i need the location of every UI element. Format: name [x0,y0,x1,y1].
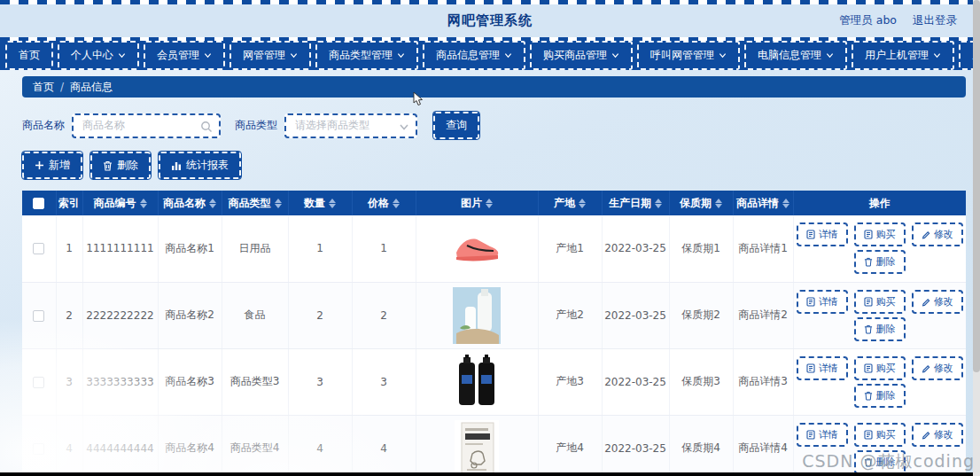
cell-code: 2222222222 [82,282,158,348]
report-button-label: 统计报表 [186,158,229,173]
delete-button-label: 删除 [117,158,138,173]
row-delete-button[interactable]: 删除 [854,317,906,341]
product-name-input[interactable]: 商品名称 [72,113,221,138]
cell-detail: 商品详情2 [733,282,793,348]
buy-button[interactable]: 购买 [854,222,906,246]
buy-button[interactable]: 购买 [854,423,906,447]
breadcrumb-home[interactable]: 首页 [33,80,54,95]
edit-button-label: 修改 [934,428,953,441]
cell-name: 商品名称2 [158,282,222,348]
row-delete-button[interactable]: 删除 [854,384,906,408]
cell-origin: 产地1 [538,215,602,282]
column-header-5[interactable]: 数量 [288,191,352,215]
sort-icon[interactable] [275,199,282,208]
cell-image [416,215,538,282]
nav-item-2[interactable]: 会员管理 [144,41,225,70]
buy-button[interactable]: 购买 [854,356,906,380]
search-icon [200,121,213,133]
column-header-label: 商品名称 [163,197,206,209]
row-checkbox[interactable] [33,443,44,455]
row-select-cell [22,282,56,348]
sort-icon[interactable] [715,199,722,208]
column-header-4[interactable]: 商品类型 [222,191,288,215]
sort-icon[interactable] [655,199,662,208]
csdn-watermark: CSDN @花椒coding [802,450,975,473]
sort-icon[interactable] [579,199,586,208]
vertical-scrollbar[interactable] [973,0,980,476]
product-type-select[interactable]: 请选择商品类型 [284,113,417,138]
sort-icon[interactable] [486,199,493,208]
nav-items: 首页个人中心会员管理网管管理商品类型管理商品信息管理购买商品管理呼叫网管管理电脑… [0,41,980,70]
column-header-label: 商品详情 [736,197,779,209]
nav-item-label: 电脑信息管理 [758,48,821,63]
delete-button[interactable]: 删除 [90,152,151,179]
product-image-sneaker [449,226,504,270]
row-checkbox[interactable] [33,243,44,254]
row-checkbox[interactable] [33,310,44,322]
column-header-10[interactable]: 保质期 [669,191,733,215]
column-header-2[interactable]: 商品编号 [82,191,158,215]
edit-button[interactable]: 修改 [912,290,963,314]
cell-code: 3333333333 [82,348,158,415]
nav-item-3[interactable]: 网管管理 [229,41,311,70]
nav-item-7[interactable]: 呼叫网管管理 [637,41,740,70]
chevron-down-icon [504,51,512,59]
column-header-9[interactable]: 生产日期 [602,191,669,215]
cell-shelf: 保质期3 [669,348,733,415]
report-button[interactable]: 统计报表 [159,152,241,179]
query-button[interactable]: 查询 [433,112,479,139]
cell-index: 3 [56,348,82,415]
query-button-label: 查询 [446,118,467,133]
select-all-checkbox[interactable] [33,198,44,209]
row-checkbox[interactable] [33,377,44,388]
column-header-8[interactable]: 产地 [538,191,602,215]
edit-button[interactable]: 修改 [912,356,963,380]
plus-icon [35,160,44,170]
nav-item-4[interactable]: 商品类型管理 [315,41,418,70]
nav-item-1[interactable]: 个人中心 [58,41,139,70]
edit-button-label: 修改 [934,228,953,241]
column-header-11[interactable]: 商品详情 [733,191,793,215]
document-icon [806,430,815,440]
main-navbar: 首页个人中心会员管理网管管理商品类型管理商品信息管理购买商品管理呼叫网管管理电脑… [0,37,980,70]
table-row: 22222222222商品名称2食品22产地22022-03-25保质期2商品详… [22,282,966,348]
cell-date: 2022-03-25 [602,282,669,348]
sort-icon[interactable] [393,199,400,208]
cell-price: 3 [352,348,416,415]
mouse-cursor-icon [410,91,424,107]
scrollbar-thumb[interactable] [973,0,980,372]
current-user[interactable]: 管理员 abo [839,13,897,28]
nav-item-8[interactable]: 电脑信息管理 [744,41,847,70]
detail-button[interactable]: 详情 [797,290,848,314]
column-header-3[interactable]: 商品名称 [158,191,222,215]
nav-item-label: 用户上机管理 [865,48,929,63]
detail-button[interactable]: 详情 [797,423,848,447]
sort-icon[interactable] [140,199,147,208]
detail-button[interactable]: 详情 [797,222,848,246]
logout-link[interactable]: 退出登录 [913,13,957,28]
buy-button-label: 购买 [876,295,896,308]
nav-item-9[interactable]: 用户上机管理 [852,41,954,70]
column-header-label: 产地 [554,197,575,209]
nav-item-6[interactable]: 购买商品管理 [530,41,633,70]
column-header-7[interactable]: 图片 [416,191,538,215]
sort-icon[interactable] [782,199,789,208]
row-delete-button-label: 删除 [876,323,896,336]
row-delete-button-label: 删除 [876,389,896,402]
nav-item-label: 首页 [19,48,40,63]
document-icon [864,230,873,239]
buy-button[interactable]: 购买 [854,290,906,314]
row-delete-button[interactable]: 删除 [854,250,906,274]
column-header-6[interactable]: 价格 [352,191,416,215]
nav-item-0[interactable]: 首页 [5,41,53,70]
edit-button[interactable]: 修改 [912,222,963,246]
sort-icon[interactable] [209,199,216,208]
edit-button[interactable]: 修改 [912,423,963,447]
cell-actions: 详情购买修改删除 [793,215,966,282]
sort-icon[interactable] [329,199,336,208]
detail-button[interactable]: 详情 [797,356,848,380]
nav-item-5[interactable]: 商品信息管理 [423,41,525,70]
add-button[interactable]: 新增 [22,152,82,179]
cell-shelf: 保质期4 [669,415,733,476]
header-select-all[interactable] [22,191,56,215]
